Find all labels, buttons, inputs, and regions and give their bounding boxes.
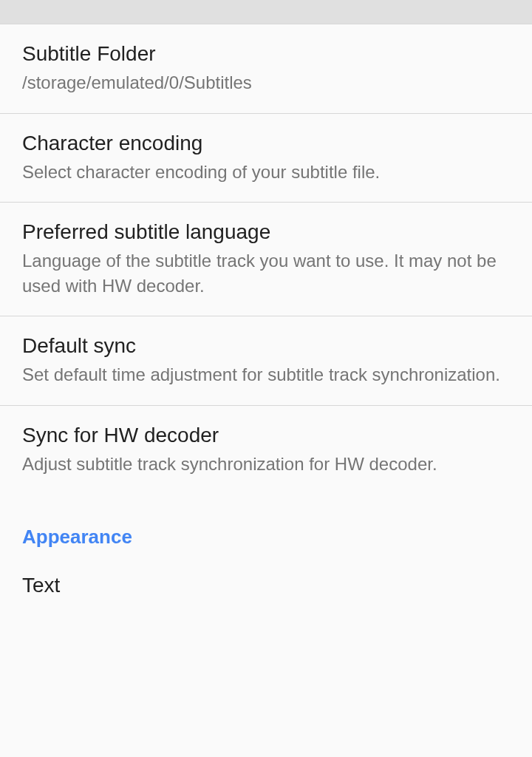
setting-sync-hw-decoder[interactable]: Sync for HW decoder Adjust subtitle trac… bbox=[0, 406, 532, 495]
setting-subtitle: Language of the subtitle track you want … bbox=[22, 248, 510, 298]
setting-title: Preferred subtitle language bbox=[22, 220, 510, 244]
setting-default-sync[interactable]: Default sync Set default time adjustment… bbox=[0, 316, 532, 406]
setting-title: Character encoding bbox=[22, 132, 510, 155]
setting-title: Subtitle Folder bbox=[22, 42, 510, 66]
setting-title: Sync for HW decoder bbox=[22, 424, 510, 447]
setting-text[interactable]: Text bbox=[0, 559, 532, 597]
setting-subtitle: /storage/emulated/0/Subtitles bbox=[22, 70, 510, 95]
setting-title: Text bbox=[22, 574, 510, 597]
settings-list: Subtitle Folder /storage/emulated/0/Subt… bbox=[0, 24, 532, 597]
setting-preferred-language[interactable]: Preferred subtitle language Language of … bbox=[0, 203, 532, 316]
setting-subtitle: Select character encoding of your subtit… bbox=[22, 160, 510, 185]
setting-subtitle: Set default time adjustment for subtitle… bbox=[22, 362, 510, 387]
setting-character-encoding[interactable]: Character encoding Select character enco… bbox=[0, 114, 532, 203]
setting-subtitle-folder[interactable]: Subtitle Folder /storage/emulated/0/Subt… bbox=[0, 24, 532, 114]
status-bar bbox=[0, 0, 532, 24]
section-header-appearance: Appearance bbox=[0, 495, 532, 559]
setting-subtitle: Adjust subtitle track synchronization fo… bbox=[22, 452, 510, 477]
setting-title: Default sync bbox=[22, 334, 510, 358]
